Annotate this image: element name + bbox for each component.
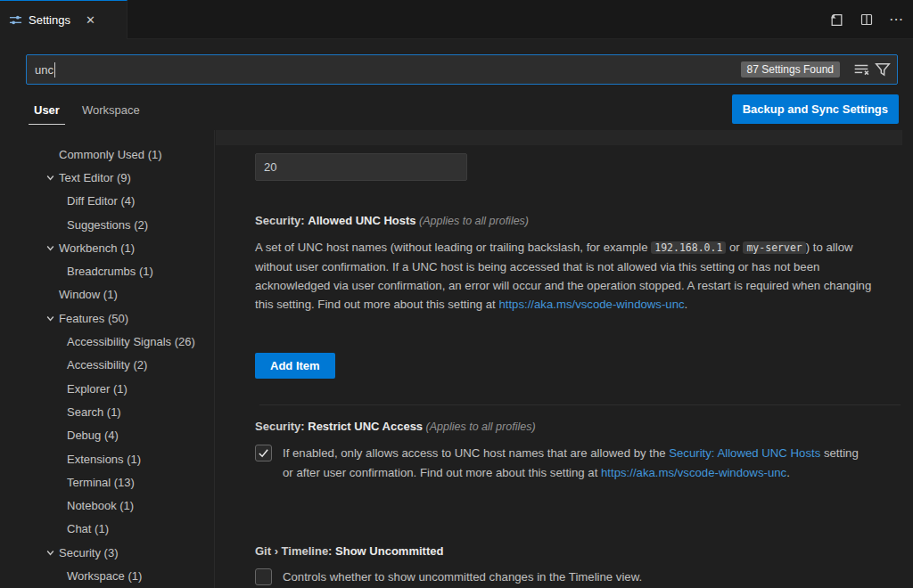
sidebar-item-label: Accessibility (2) — [67, 358, 147, 372]
filter-icon[interactable] — [875, 61, 891, 78]
sidebar-item-suggestions[interactable]: Suggestions (2) — [0, 213, 214, 236]
settings-toc: Commonly Used (1)Text Editor (9)Diff Edi… — [0, 130, 214, 588]
show-uncommitted-checkbox[interactable] — [255, 568, 272, 585]
sidebar-item-workspace[interactable]: Workspace (1) — [0, 564, 214, 587]
sidebar-item-features[interactable]: Features (50) — [0, 306, 214, 330]
sidebar-item-label: Diff Editor (4) — [67, 194, 135, 208]
sidebar-item-text-editor[interactable]: Text Editor (9) — [0, 166, 214, 189]
setting-row-git-timeline-show-uncommitted: Controls whether to show uncommitted cha… — [255, 568, 867, 587]
sidebar-item-extensions[interactable]: Extensions (1) — [0, 447, 214, 470]
sidebar-item-security[interactable]: Security (3) — [0, 541, 214, 564]
sidebar-item-accessibility-signals[interactable]: Accessibility Signals (26) — [0, 330, 214, 353]
sidebar-item-label: Window (1) — [59, 288, 118, 301]
sidebar-item-diff-editor[interactable]: Diff Editor (4) — [0, 190, 214, 213]
settings-search-input[interactable]: unc 87 Settings Found — [26, 54, 898, 85]
text-run: Git › Timeline: — [255, 544, 335, 558]
text-run: Security: — [255, 420, 308, 433]
settings-sliders-icon — [9, 13, 22, 27]
sidebar-item-terminal[interactable]: Terminal (13) — [0, 470, 214, 494]
sidebar-item-label: Suggestions (2) — [67, 218, 148, 232]
sidebar-item-debug[interactable]: Debug (4) — [0, 424, 214, 447]
settings-list: Security: Allowed UNC Hosts (Applies to … — [214, 130, 913, 588]
setting-title-restrict-unc-access: Security: Restrict UNC Access (Applies t… — [255, 420, 536, 433]
sidebar-item-label: Security (3) — [59, 546, 118, 559]
setting-title-allowed-unc-hosts: Security: Allowed UNC Hosts (Applies to … — [255, 214, 529, 227]
text-run: A set of UNC host names (without leading… — [255, 241, 651, 254]
sidebar-item-breadcrumbs[interactable]: Breadcrumbs (1) — [0, 259, 214, 282]
inline-link[interactable]: Security: Allowed UNC Hosts — [669, 446, 820, 460]
setting-row-restrict-unc-access: If enabled, only allows access to UNC ho… — [255, 444, 867, 483]
tab-settings[interactable]: Settings ✕ — [0, 0, 127, 39]
sidebar-item-window[interactable]: Window (1) — [0, 283, 214, 306]
text-run: Allowed UNC Hosts — [308, 214, 415, 227]
sidebar-item-label: Features (50) — [59, 312, 128, 325]
sidebar-item-label: Workspace (1) — [67, 569, 142, 583]
scope-tab-workspace[interactable]: Workspace — [77, 98, 145, 124]
sidebar-item-label: Notebook (1) — [67, 499, 134, 512]
text-run: . — [685, 298, 688, 311]
restrict-unc-checkbox[interactable] — [255, 445, 272, 461]
setting-divider — [259, 404, 901, 405]
text-run: Security: — [255, 214, 308, 227]
text-run: Restrict UNC Access — [308, 420, 423, 433]
number-setting-input[interactable] — [255, 153, 467, 181]
sidebar-item-search[interactable]: Search (1) — [0, 400, 214, 423]
chevron-down-icon[interactable] — [41, 548, 59, 558]
text-run: If enabled, only allows access to UNC ho… — [283, 446, 669, 460]
sidebar-item-chat[interactable]: Chat (1) — [0, 518, 214, 541]
text-run: Show Uncommitted — [335, 544, 443, 558]
more-actions-icon[interactable]: ⋯ — [889, 12, 904, 27]
sidebar-item-label: Search (1) — [67, 405, 121, 419]
chevron-down-icon[interactable] — [41, 173, 59, 183]
inline-code: my-server — [743, 241, 805, 254]
text-run: (Applies to all profiles) — [416, 215, 529, 227]
setting-desc-restrict-unc-access: If enabled, only allows access to UNC ho… — [283, 444, 867, 483]
text-cursor — [54, 62, 55, 78]
sidebar-item-label: Chat (1) — [67, 522, 109, 535]
sidebar-item-label: Explorer (1) — [67, 382, 127, 396]
inline-link[interactable]: https://aka.ms/vscode-windows-unc — [601, 466, 786, 479]
results-count-badge: 87 Settings Found — [741, 61, 840, 78]
sidebar-item-explorer[interactable]: Explorer (1) — [0, 377, 214, 400]
editor-tab-bar: Settings ✕ ⋯ — [0, 0, 913, 39]
sidebar-item-accessibility[interactable]: Accessibility (2) — [0, 354, 214, 377]
chevron-down-icon[interactable] — [41, 314, 59, 323]
sidebar-item-label: Terminal (13) — [67, 476, 135, 489]
sidebar-item-commonly-used[interactable]: Commonly Used (1) — [0, 143, 214, 166]
sidebar-item-workbench[interactable]: Workbench (1) — [0, 236, 214, 259]
search-value: unc — [35, 63, 53, 77]
backup-and-sync-button[interactable]: Backup and Sync Settings — [732, 94, 899, 124]
text-run: or — [726, 241, 743, 254]
chevron-down-icon[interactable] — [41, 243, 59, 253]
sidebar-item-label: Breadcrumbs (1) — [67, 265, 153, 278]
scope-tab-user[interactable]: User — [29, 98, 65, 125]
text-run: . — [786, 466, 790, 479]
tab-label: Settings — [29, 13, 70, 27]
sidebar-item-label: Workbench (1) — [59, 241, 135, 255]
split-editor-icon[interactable] — [860, 12, 874, 27]
close-icon[interactable]: ✕ — [86, 14, 95, 26]
text-run: Controls whether to show uncommitted cha… — [283, 570, 642, 584]
setting-desc-git-timeline-show-uncommitted: Controls whether to show uncommitted cha… — [283, 568, 867, 587]
clear-search-icon[interactable] — [853, 61, 869, 78]
editor-actions: ⋯ — [829, 0, 904, 39]
add-item-button[interactable]: Add Item — [255, 353, 335, 379]
sidebar-item-label: Text Editor (9) — [59, 171, 131, 184]
sidebar-item-notebook[interactable]: Notebook (1) — [0, 494, 214, 517]
sidebar-item-label: Debug (4) — [67, 429, 119, 442]
setting-desc-allowed-unc-hosts: A set of UNC host names (without leading… — [255, 238, 884, 314]
setting-title-git-timeline-show-uncommitted: Git › Timeline: Show Uncommitted — [255, 544, 443, 558]
previous-setting-row-edge — [216, 130, 902, 145]
settings-scope-row: User Workspace Backup and Sync Settings — [0, 93, 913, 130]
inline-code: 192.168.0.1 — [651, 241, 726, 254]
sidebar-item-label: Accessibility Signals (26) — [67, 335, 195, 348]
sidebar-item-label: Commonly Used (1) — [59, 148, 162, 161]
open-settings-json-icon[interactable] — [829, 12, 844, 28]
text-run: (Applies to all profiles) — [423, 421, 535, 433]
sidebar-item-label: Extensions (1) — [67, 453, 141, 466]
inline-link[interactable]: https://aka.ms/vscode-windows-unc — [498, 298, 684, 311]
